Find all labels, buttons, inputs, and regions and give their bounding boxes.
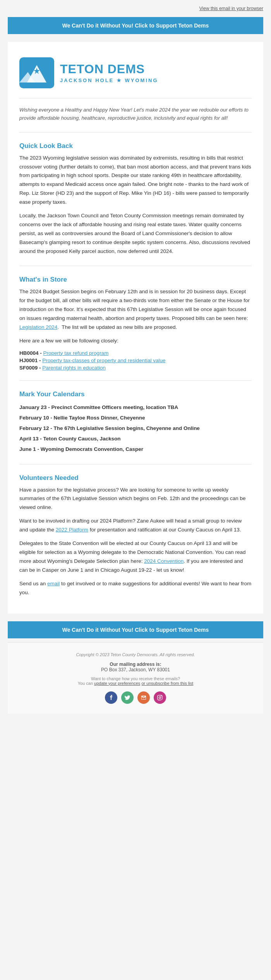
calendar-item-3: April 13 - Teton County Caucus, Jackson [19,433,252,444]
bill-item-hb0004: HB0004 - Property tax refund program [19,350,252,356]
bill-id-sf0009: SF0009 - [19,365,41,371]
cta-banner-top[interactable]: We Can't Do it Without You! Click to Sup… [8,17,263,34]
view-email-link[interactable]: View this email in your browser [199,6,263,11]
platform-2022-link[interactable]: 2022 Platform [56,527,88,533]
footer-change-text: Want to change how you receive these ema… [19,676,252,686]
volunteers-para-3: Delegates to the State Convention will b… [19,539,252,575]
org-title: TETON DEMS [60,62,158,76]
bill-link-hb0004[interactable]: Property tax refund program [43,350,109,356]
email-link[interactable]: email [47,581,60,586]
email-social-icon[interactable] [137,691,150,704]
convention-2024-link[interactable]: 2024 Convention [144,558,184,564]
volunteers-para-4: Send us an email to get involved or to m… [19,579,252,597]
volunteers-needed-title: Volunteers Needed [19,474,252,482]
section-mark-your-calendars: Mark Your Calendars January 23 - Precinc… [19,390,252,454]
footer-change-label: Want to change how you receive these ema… [91,676,180,681]
bill-item-sf0009: SF0009 - Parental rights in education [19,365,252,371]
org-subtitle: JACKSON HOLE ★ WYOMING [60,77,158,83]
teton-dems-logo [19,57,54,88]
volunteers-para-2: Want to be involved in drafting our 2024… [19,517,252,535]
footer-section: Copyright © 2023 Teton County Democrats.… [8,642,263,714]
instagram-icon[interactable] [154,691,166,704]
bill-link-hj0001[interactable]: Property tax-classes of property and res… [42,358,165,363]
social-icons [19,691,252,704]
divider-4 [19,464,252,464]
footer-address: PO Box 337, Jackson, WY 83001 [19,667,252,672]
unsubscribe-link[interactable]: or unsubscribe from this list [141,681,193,686]
main-content: TETON DEMS JACKSON HOLE ★ WYOMING Wishin… [8,42,263,614]
calendar-list: January 23 - Precinct Committee Officers… [19,402,252,454]
twitter-icon[interactable] [121,691,134,704]
legislation-2024-link[interactable]: Legislation 2024 [19,324,57,330]
top-bar: View this email in your browser [0,0,271,17]
divider-2 [19,266,252,266]
mark-your-calendars-title: Mark Your Calendars [19,390,252,398]
whats-in-store-para-2: Here are a few we will be following clos… [19,337,252,346]
cta-banner-bottom[interactable]: We Can't Do it Without You! Click to Sup… [8,621,263,638]
whats-in-store-title: What's in Store [19,276,252,284]
section-volunteers-needed: Volunteers Needed Have a passion for the… [19,474,252,597]
bill-id-hb0004: HB0004 - [19,350,42,356]
quick-look-back-para-2: Locally, the Jackson Town Council and Te… [19,211,252,256]
facebook-icon[interactable] [105,691,117,704]
quick-look-back-title: Quick Look Back [19,142,252,150]
bill-item-hj0001: HJ0001 - Property tax-classes of propert… [19,358,252,363]
footer-copyright: Copyright © 2023 Teton County Democrats.… [19,652,252,657]
update-preferences-link[interactable]: update your preferences [94,681,140,686]
intro-text: Wishing everyone a Healthy and Happy New… [19,106,252,122]
cta-banner-top-text: We Can't Do it Without You! Click to Sup… [62,22,209,29]
divider-1 [19,132,252,132]
calendar-item-4: June 1 - Wyoming Democrats Convention, C… [19,444,252,454]
bill-link-sf0009[interactable]: Parental rights in education [42,365,106,371]
calendar-item-0: January 23 - Precinct Committee Officers… [19,402,252,413]
calendar-item-1: February 10 - Nellie Tayloe Ross Dinner,… [19,413,252,423]
bill-id-hj0001: HJ0001 - [19,358,41,363]
calendar-item-2: February 12 - The 67th Legislative Sessi… [19,423,252,433]
email-wrapper: View this email in your browser We Can't… [0,0,271,714]
bill-list: HB0004 - Property tax refund program HJ0… [19,350,252,371]
section-whats-in-store: What's in Store The 2024 Budget Session … [19,276,252,371]
cta-banner-bottom-text: We Can't Do it Without You! Click to Sup… [62,627,209,633]
volunteers-para-1: Have a passion for the legislative proce… [19,486,252,512]
footer-address-label: Our mailing address is: [19,662,252,667]
quick-look-back-para-1: The 2023 Wyoming legislative session was… [19,154,252,207]
section-quick-look-back: Quick Look Back The 2023 Wyoming legisla… [19,142,252,256]
org-name: TETON DEMS JACKSON HOLE ★ WYOMING [60,62,158,83]
whats-in-store-para-1: The 2024 Budget Session begins on Februa… [19,287,252,332]
divider-3 [19,380,252,381]
header-section: TETON DEMS JACKSON HOLE ★ WYOMING [19,53,252,98]
